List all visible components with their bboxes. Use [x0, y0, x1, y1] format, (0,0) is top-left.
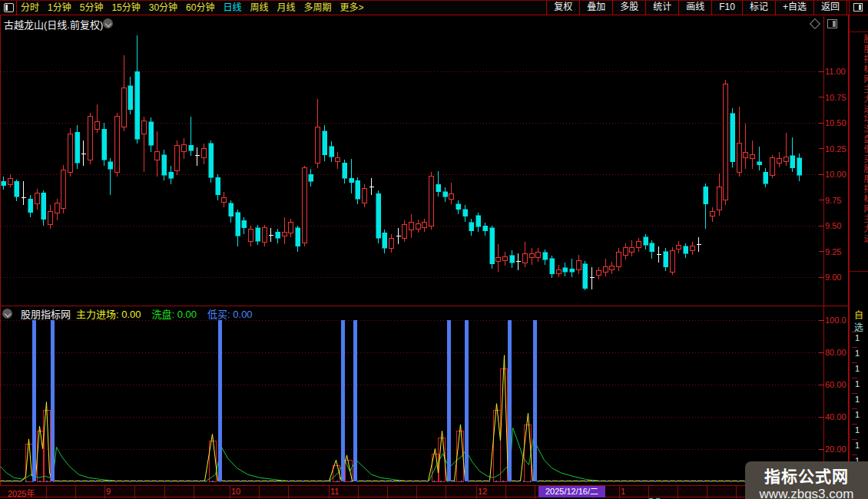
time-axis-tick — [387, 486, 388, 497]
candle-down — [469, 223, 474, 231]
baseline-dot — [620, 481, 621, 482]
time-axis-tick — [535, 486, 535, 497]
baseline-dot — [32, 481, 34, 482]
candle-down — [216, 177, 220, 195]
baseline-dot — [101, 481, 103, 482]
baseline-dot — [323, 481, 324, 482]
baseline-dot — [447, 481, 449, 482]
candle-up — [784, 157, 789, 162]
baseline-dot — [164, 481, 165, 482]
baseline-dot — [274, 481, 276, 482]
baseline-dot — [53, 481, 55, 482]
candle-up — [303, 168, 307, 243]
baseline-dot — [336, 481, 338, 482]
candle-down — [309, 174, 313, 181]
indicator-blue-bar — [353, 320, 357, 481]
baseline-dot — [129, 481, 131, 482]
split-window-icon[interactable] — [827, 19, 837, 28]
baseline-dot — [281, 481, 283, 482]
candle-down — [650, 243, 654, 252]
baseline-dot — [371, 481, 373, 482]
baseline-dot — [634, 481, 635, 482]
window-icon[interactable] — [853, 3, 863, 12]
candle-up — [68, 134, 73, 173]
candle-down — [570, 269, 575, 272]
indicator-axis-label: 60.00 — [825, 380, 848, 389]
chevron-down-icon[interactable] — [103, 18, 113, 28]
baseline-dot — [122, 481, 124, 482]
candle-down — [443, 192, 448, 197]
baseline-dot — [392, 481, 393, 482]
strip-separator — [850, 31, 868, 32]
candle-up — [523, 253, 528, 263]
candle-down — [15, 181, 19, 197]
baseline-dot — [482, 481, 483, 482]
baseline-dot — [571, 481, 573, 482]
indicator-chevron-icon[interactable] — [2, 309, 12, 319]
watermark-title: 指标公式网 — [745, 464, 868, 487]
baseline-dot — [675, 481, 677, 482]
candle-down — [463, 210, 468, 216]
price-axis-label: 10.50 — [825, 118, 848, 127]
indicator-red-bar — [494, 411, 501, 481]
clipped-quote-digit: 1 — [855, 425, 868, 439]
baseline-dot — [267, 481, 269, 482]
time-axis-label: 1 — [621, 487, 625, 496]
baseline-dot — [551, 481, 552, 482]
candle-up — [777, 159, 782, 163]
candle-down — [376, 193, 381, 238]
watchlist-tab-label[interactable]: 自 — [854, 308, 863, 321]
candle-up — [750, 155, 755, 159]
time-axis-tick — [619, 486, 620, 497]
vertical-tab-text[interactable]: 股朋指标网主力进场洗盘低买股朋指标网主力进 — [861, 35, 868, 265]
candle-up — [637, 241, 641, 247]
time-axis-tick — [416, 486, 417, 497]
candle-up — [496, 258, 501, 262]
trading-app-window: 分时1分钟5分钟15分钟30分钟60分钟日线周线月线多周期更多> 复权叠加多股统… — [0, 0, 868, 499]
candle-down — [236, 213, 240, 236]
indicator-value-label: 洗盘: 0.00 — [152, 306, 197, 321]
baseline-dot — [205, 481, 207, 482]
candle-up — [202, 149, 207, 158]
baseline-dot — [717, 481, 718, 482]
price-axis-label: 9.00 — [825, 273, 848, 282]
baseline-dot — [150, 481, 151, 482]
strip-separator — [850, 271, 868, 272]
candle-up — [249, 229, 253, 241]
candle-up — [536, 253, 541, 258]
indicator-blue-bar — [508, 320, 512, 481]
candle-down — [436, 184, 441, 191]
candle-down — [162, 155, 167, 176]
indicator-axis-label: 100.0 — [825, 316, 848, 325]
time-axis-tick — [329, 486, 330, 497]
time-axis-tick — [194, 486, 194, 497]
yellow-indicator-line — [1, 355, 821, 481]
candle-down — [543, 253, 548, 259]
candle-up — [624, 247, 628, 256]
baseline-dot — [509, 481, 511, 482]
baseline-dot — [544, 481, 545, 482]
baseline-dot — [731, 481, 732, 482]
candle-up — [222, 198, 227, 202]
baseline-dot — [502, 481, 504, 482]
time-axis-tick — [134, 486, 135, 497]
baseline-dot — [12, 481, 13, 482]
price-axis-label: 10.00 — [825, 170, 848, 179]
time-axis-label: 9 — [106, 487, 111, 496]
candle-down — [490, 228, 495, 264]
candle-up — [617, 253, 621, 267]
candle-down — [356, 180, 360, 199]
indicator-red-bar — [457, 431, 464, 481]
candle-down — [209, 144, 214, 177]
baseline-dot — [88, 481, 89, 482]
candle-up — [691, 246, 695, 250]
time-axis-tick — [46, 486, 47, 497]
candle-up — [175, 145, 180, 171]
candle-up — [577, 261, 581, 270]
candle-down — [476, 216, 481, 227]
candle-up — [422, 223, 427, 228]
indicator-blue-bar — [32, 320, 36, 481]
indicator-value-label: 低买: 0.00 — [207, 306, 253, 321]
baseline-dot — [558, 481, 559, 482]
candle-up — [409, 223, 414, 230]
